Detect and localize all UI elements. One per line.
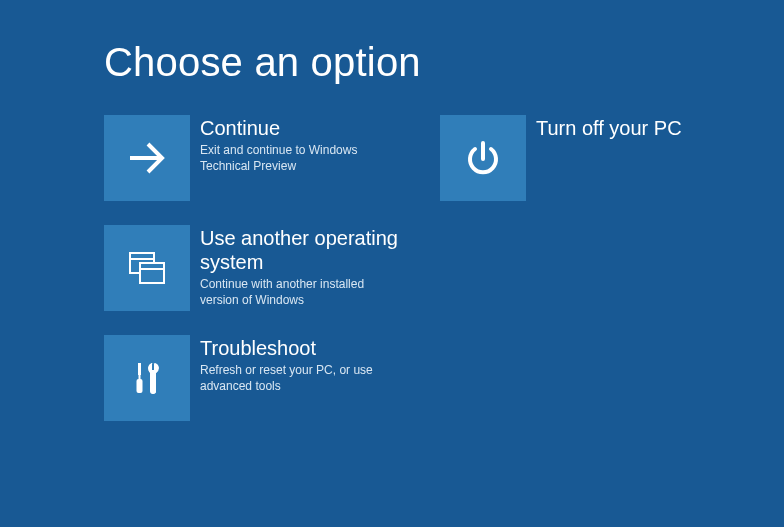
troubleshoot-desc: Refresh or reset your PC, or use advance…	[200, 362, 405, 394]
svg-rect-8	[137, 379, 143, 393]
other-os-desc: Continue with another installed version …	[200, 276, 405, 308]
options-column-right: Turn off your PC	[440, 115, 744, 421]
troubleshoot-title: Troubleshoot	[200, 336, 405, 360]
svg-rect-7	[139, 375, 141, 379]
page-title: Choose an option	[104, 40, 784, 85]
options-grid: Continue Exit and continue to Windows Te…	[104, 115, 784, 421]
power-icon	[440, 115, 526, 201]
windows-switch-icon	[104, 225, 190, 311]
turn-off-option[interactable]: Turn off your PC	[440, 115, 744, 201]
choose-option-screen: Choose an option Continue Exit and conti…	[0, 0, 784, 421]
continue-desc: Exit and continue to Windows Technical P…	[200, 142, 405, 174]
continue-option[interactable]: Continue Exit and continue to Windows Te…	[104, 115, 408, 201]
turn-off-text: Turn off your PC	[536, 115, 682, 142]
svg-rect-3	[140, 263, 164, 283]
tools-icon	[104, 335, 190, 421]
turn-off-title: Turn off your PC	[536, 116, 682, 140]
svg-rect-6	[138, 363, 141, 375]
troubleshoot-text: Troubleshoot Refresh or reset your PC, o…	[200, 335, 405, 394]
other-os-text: Use another operating system Continue wi…	[200, 225, 405, 308]
continue-text: Continue Exit and continue to Windows Te…	[200, 115, 405, 174]
troubleshoot-option[interactable]: Troubleshoot Refresh or reset your PC, o…	[104, 335, 408, 421]
options-column-left: Continue Exit and continue to Windows Te…	[104, 115, 408, 421]
other-os-option[interactable]: Use another operating system Continue wi…	[104, 225, 408, 311]
other-os-title: Use another operating system	[200, 226, 405, 274]
continue-title: Continue	[200, 116, 405, 140]
arrow-right-icon	[104, 115, 190, 201]
